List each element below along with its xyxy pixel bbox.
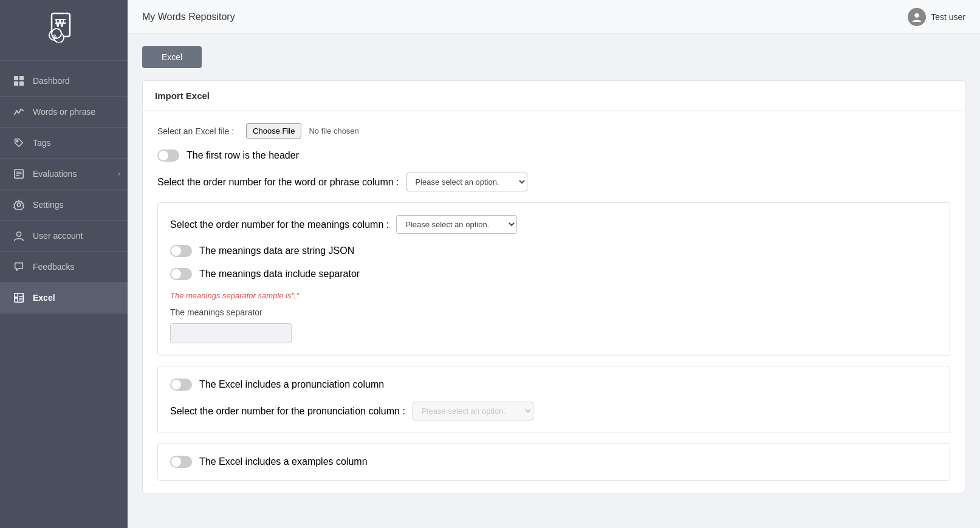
sidebar-item-label: Settings (33, 200, 64, 210)
order-meanings-label: Select the order number for the meanings… (170, 219, 389, 230)
meanings-separator-row: The meanings data include separator (170, 268, 937, 280)
feedback-icon (12, 260, 26, 273)
sidebar-item-settings[interactable]: Settings (0, 190, 128, 221)
analytics-icon (12, 105, 26, 118)
first-row-header-row: The first row is the header (157, 149, 950, 162)
order-pronunciation-select[interactable]: Please select an option. (413, 402, 533, 420)
order-word-phrase-row: Select the order number for the word or … (157, 173, 950, 191)
choose-file-button[interactable]: Choose File (246, 123, 301, 139)
examples-col-toggle[interactable] (170, 456, 192, 468)
meanings-sub-card: Select the order number for the meanings… (157, 202, 950, 356)
examples-sub-card: The Excel includes a examples column (157, 443, 950, 481)
separator-label: The meanings separator (170, 307, 937, 317)
chevron-right-icon: › (118, 170, 120, 178)
pronunciation-col-label: The Excel includes a pronunciation colum… (199, 379, 384, 390)
sidebar-item-evaluations[interactable]: Evaluations › (0, 159, 128, 190)
settings-icon (12, 198, 26, 211)
card-title: Import Excel (143, 81, 965, 111)
file-select-row: Select an Excel file : Choose File No fi… (157, 123, 950, 139)
sidebar-item-label: Feedbacks (33, 262, 74, 272)
svg-point-25 (915, 13, 919, 17)
sidebar-nav: Dashbord Words or phrase Tags (0, 61, 128, 318)
avatar (908, 8, 926, 26)
order-meanings-select[interactable]: Please select an option. (396, 215, 517, 234)
app-logo: W ⚙ (0, 0, 128, 61)
separator-input-section: The meanings separator (170, 307, 937, 343)
sidebar-item-label: Tags (33, 138, 51, 148)
svg-rect-10 (14, 81, 18, 86)
toggle-slider (170, 268, 192, 280)
svg-point-18 (17, 203, 20, 206)
svg-point-19 (16, 232, 21, 236)
pronunciation-col-toggle[interactable] (170, 379, 192, 391)
sidebar-item-label: Evaluations (33, 169, 77, 179)
toggle-slider (170, 456, 192, 468)
card-body: Select an Excel file : Choose File No fi… (143, 111, 965, 493)
order-word-phrase-label: Select the order number for the word or … (157, 177, 399, 188)
page-title: My Words Repository (142, 12, 235, 22)
svg-point-13 (16, 140, 18, 142)
svg-text:⚙: ⚙ (52, 33, 57, 40)
logo-icon: W ⚙ (46, 12, 82, 48)
pronunciation-col-row: The Excel includes a pronunciation colum… (170, 379, 937, 391)
examples-col-row: The Excel includes a examples column (170, 456, 937, 468)
sidebar-item-dashboard[interactable]: Dashbord (0, 66, 128, 97)
user-info[interactable]: Test user (908, 8, 965, 26)
examples-col-label: The Excel includes a examples column (199, 456, 368, 467)
sidebar-item-words[interactable]: Words or phrase (0, 97, 128, 128)
eval-icon (12, 167, 26, 180)
toggle-slider (170, 379, 192, 391)
excel-icon (12, 291, 26, 304)
order-word-phrase-select[interactable]: Please select an option. (406, 173, 527, 191)
content-area: Excel Import Excel Select an Excel file … (128, 34, 980, 528)
sidebar-item-feedbacks[interactable]: Feedbacks (0, 252, 128, 283)
header: My Words Repository Test user (128, 0, 980, 34)
meanings-separator-label: The meanings data include separator (199, 269, 360, 279)
no-file-text: No file chosen (309, 126, 358, 135)
meanings-json-toggle[interactable] (170, 245, 192, 257)
toggle-slider (157, 149, 179, 162)
sidebar-item-label: Words or phrase (33, 107, 95, 117)
pronunciation-sub-card: The Excel includes a pronunciation colum… (157, 366, 950, 433)
svg-point-12 (16, 110, 18, 112)
tag-icon (12, 136, 26, 149)
separator-helper-text: The meanings separator sample is"," (170, 291, 937, 300)
excel-button[interactable]: Excel (142, 46, 202, 68)
svg-rect-8 (14, 76, 18, 80)
order-pronunciation-label: Select the order number for the pronunci… (170, 406, 405, 417)
order-pronunciation-row: Select the order number for the pronunci… (170, 402, 937, 420)
sidebar-item-label: Dashbord (33, 76, 70, 86)
dashboard-icon (12, 74, 26, 87)
main-area: My Words Repository Test user Excel Impo… (128, 0, 980, 528)
sidebar-item-label: Excel (33, 293, 55, 303)
sidebar: W ⚙ Dashbord (0, 0, 128, 528)
svg-rect-9 (19, 76, 24, 80)
select-file-label: Select an Excel file : (157, 126, 234, 136)
user-name: Test user (931, 12, 965, 22)
meanings-json-label: The meanings data are string JSON (199, 245, 354, 256)
meanings-json-row: The meanings data are string JSON (170, 245, 937, 257)
meanings-separator-toggle[interactable] (170, 268, 192, 280)
sidebar-item-label: User account (33, 231, 83, 241)
svg-rect-11 (19, 81, 24, 86)
import-excel-card: Import Excel Select an Excel file : Choo… (142, 80, 965, 493)
user-icon (12, 229, 26, 242)
toggle-slider (170, 245, 192, 257)
order-meanings-row: Select the order number for the meanings… (170, 215, 937, 234)
sidebar-item-user-account[interactable]: User account (0, 221, 128, 252)
separator-input[interactable] (170, 323, 292, 343)
first-row-toggle[interactable] (157, 149, 179, 162)
sidebar-item-tags[interactable]: Tags (0, 128, 128, 159)
first-row-label: The first row is the header (187, 150, 299, 161)
sidebar-item-excel[interactable]: Excel (0, 283, 128, 314)
